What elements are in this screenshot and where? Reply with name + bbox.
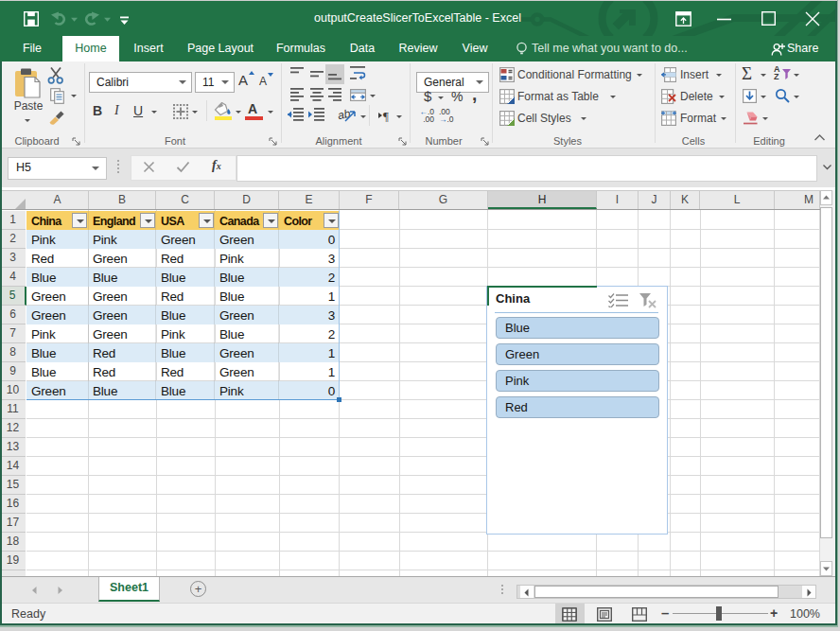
- svg-text:¶: ¶: [383, 109, 389, 122]
